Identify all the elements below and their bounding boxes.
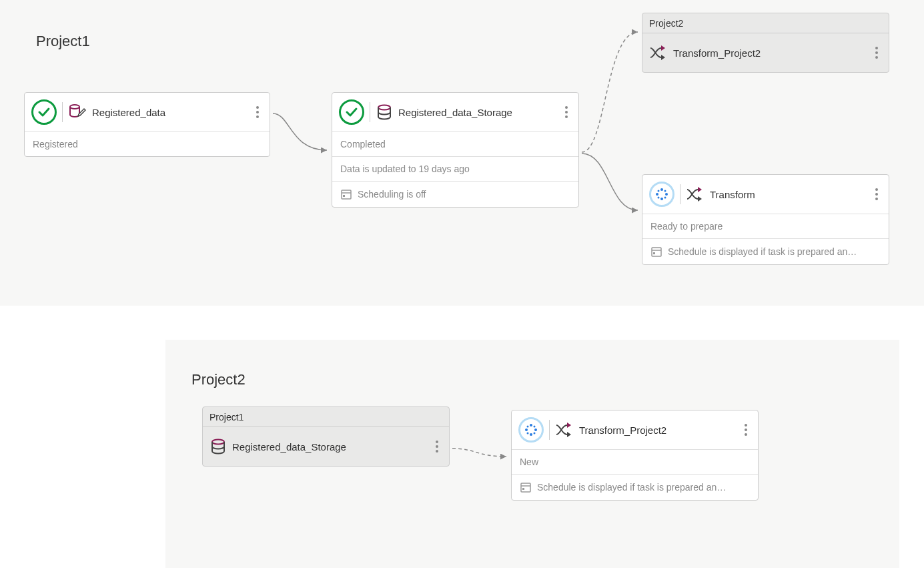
- status-text: Completed: [340, 139, 386, 150]
- card-title: Transform_Project2: [673, 47, 761, 59]
- card-title: Transform: [710, 189, 755, 200]
- svg-rect-27: [522, 488, 524, 490]
- calendar-icon: [520, 481, 532, 493]
- project2-title: Project2: [191, 371, 246, 388]
- svg-rect-2: [342, 190, 351, 199]
- card-title: Registered_data_Storage: [398, 107, 512, 118]
- svg-point-7: [656, 193, 658, 196]
- calendar-icon: [340, 188, 352, 200]
- status-row: Completed: [332, 131, 578, 156]
- svg-point-18: [530, 433, 532, 436]
- connector-storage-to-transform: [579, 147, 644, 220]
- svg-point-20: [534, 429, 537, 431]
- svg-point-12: [664, 197, 666, 199]
- node-transform[interactable]: Transform Ready to prepare Schedule is d…: [642, 174, 889, 265]
- svg-rect-15: [653, 252, 655, 254]
- node-ref-project2[interactable]: Project2 Transform_Project2: [642, 13, 889, 73]
- svg-point-24: [534, 433, 536, 435]
- node-registered-data[interactable]: Registered_data Registered: [24, 92, 270, 157]
- db-edit-icon: [68, 103, 87, 121]
- status-row: Registered: [25, 131, 270, 156]
- status-text: New: [520, 457, 538, 467]
- more-menu-button[interactable]: [561, 100, 572, 124]
- project1-title: Project1: [36, 33, 90, 50]
- schedule-row: Schedule is displayed if task is prepare…: [642, 238, 889, 264]
- card-title: Registered_data_Storage: [232, 441, 346, 453]
- svg-point-6: [660, 198, 663, 200]
- calendar-icon: [650, 246, 662, 258]
- schedule-row: Schedule is displayed if task is prepare…: [512, 474, 758, 500]
- status-row: Ready to prepare: [642, 214, 889, 238]
- status-success-icon: [339, 99, 364, 125]
- status-text: Ready to prepare: [650, 221, 723, 232]
- svg-point-8: [665, 193, 668, 196]
- shuffle-icon: [555, 422, 574, 437]
- svg-point-11: [658, 197, 660, 199]
- svg-point-23: [527, 433, 529, 435]
- card-title: Registered_data: [92, 107, 165, 118]
- shuffle-icon: [686, 187, 705, 202]
- schedule-text: Schedule is displayed if task is prepare…: [537, 482, 726, 493]
- connector-ref-to-transform: [450, 443, 513, 463]
- more-menu-button[interactable]: [432, 435, 442, 459]
- connector-registered-to-storage: [270, 107, 334, 160]
- database-icon: [376, 103, 393, 121]
- more-menu-button[interactable]: [741, 418, 751, 442]
- status-row: New: [512, 449, 758, 474]
- connector-storage-to-ref-project2: [579, 25, 644, 159]
- update-info-text: Data is updated to 19 days ago: [340, 164, 470, 174]
- svg-point-17: [530, 424, 532, 427]
- more-menu-button[interactable]: [871, 41, 882, 65]
- svg-point-16: [212, 440, 224, 445]
- shuffle-icon: [649, 45, 668, 60]
- more-menu-button[interactable]: [871, 182, 882, 206]
- node-storage[interactable]: Registered_data_Storage Completed Data i…: [332, 92, 579, 208]
- svg-point-10: [664, 190, 666, 192]
- svg-rect-4: [343, 195, 345, 197]
- project2-panel: Project2 Project1 Registered_data_Storag…: [165, 340, 899, 568]
- svg-point-0: [70, 105, 79, 109]
- schedule-text: Schedule is displayed if task is prepare…: [668, 246, 857, 257]
- card-title: Transform_Project2: [579, 424, 666, 436]
- status-success-icon: [31, 99, 57, 125]
- more-menu-button[interactable]: [252, 100, 263, 124]
- update-info-row: Data is updated to 19 days ago: [332, 156, 578, 181]
- svg-rect-25: [521, 483, 530, 492]
- svg-point-19: [525, 429, 528, 431]
- node-ref-project1[interactable]: Project1 Registered_data_Storage: [202, 406, 450, 467]
- svg-point-9: [658, 190, 660, 192]
- svg-point-5: [660, 188, 663, 191]
- database-icon: [209, 438, 227, 455]
- svg-point-1: [378, 105, 390, 110]
- schedule-row: Scheduling is off: [332, 181, 578, 207]
- svg-point-21: [527, 426, 529, 428]
- svg-point-22: [534, 426, 536, 428]
- ref-project-label: Project2: [642, 13, 889, 33]
- project1-panel: Project1 Registered_data Registered: [0, 0, 924, 306]
- status-text: Registered: [33, 139, 78, 150]
- schedule-text: Scheduling is off: [358, 189, 426, 200]
- svg-rect-13: [652, 248, 661, 256]
- ref-project-label: Project1: [203, 407, 449, 427]
- status-ready-icon: [518, 417, 544, 443]
- node-transform-project2[interactable]: Transform_Project2 New Schedule is displ…: [511, 410, 759, 501]
- status-ready-icon: [649, 182, 674, 207]
